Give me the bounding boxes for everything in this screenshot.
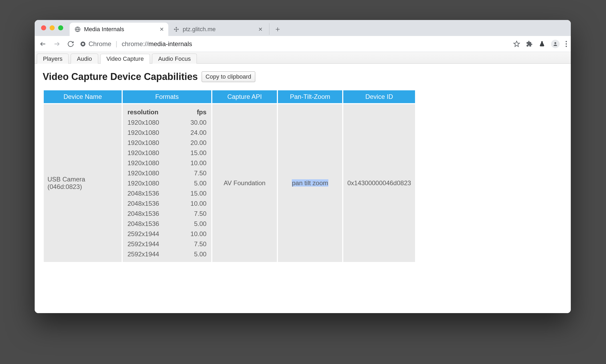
content-tab-audio[interactable]: Audio xyxy=(71,54,98,64)
fmt-fps: 15.00 xyxy=(179,148,208,158)
traffic-lights xyxy=(41,25,63,30)
fmt-resolution: 2048x1536 xyxy=(126,219,179,229)
tab-title: Media Internals xyxy=(84,26,156,33)
fmt-fps: 15.00 xyxy=(179,188,208,199)
window-minimize-button[interactable] xyxy=(50,25,55,30)
new-tab-button[interactable]: ＋ xyxy=(269,23,281,35)
fmt-fps: 24.00 xyxy=(179,128,208,138)
tab-title: ptz.glitch.me xyxy=(183,26,255,33)
move-icon xyxy=(173,26,180,33)
fmt-resolution: 1920x1080 xyxy=(126,148,179,158)
toolbar: Chrome | chrome://media-internals xyxy=(35,36,571,52)
chrome-icon xyxy=(80,41,86,47)
extensions-icon[interactable] xyxy=(526,41,533,47)
fmt-resolution: 1920x1080 xyxy=(126,168,179,178)
tab-close-icon[interactable]: ✕ xyxy=(258,26,263,33)
fmt-resolution: 1920x1080 xyxy=(126,118,179,128)
url-path: media-internals xyxy=(148,40,192,47)
address-bar[interactable]: Chrome | chrome://media-internals xyxy=(80,40,508,48)
fmt-header-resolution: resolution xyxy=(126,107,179,118)
origin-chip: Chrome xyxy=(80,40,111,48)
browser-tab-ptz[interactable]: ptz.glitch.me ✕ xyxy=(168,23,267,36)
cell-ptz: pan tilt zoom xyxy=(278,104,342,262)
profile-avatar[interactable] xyxy=(551,40,560,48)
svg-point-6 xyxy=(566,46,567,47)
content-tab-audio-focus[interactable]: Audio Focus xyxy=(152,54,197,64)
fmt-resolution: 2048x1536 xyxy=(126,199,179,209)
fmt-fps: 10.00 xyxy=(179,229,208,239)
toolbar-right xyxy=(513,40,567,48)
content-tab-bar: Players Audio Video Capture Audio Focus xyxy=(35,52,571,64)
fmt-fps: 7.50 xyxy=(179,239,208,249)
star-icon[interactable] xyxy=(513,41,520,47)
content-tab-video-capture[interactable]: Video Capture xyxy=(100,54,150,64)
col-ptz[interactable]: Pan-Tilt-Zoom xyxy=(278,90,342,103)
page-body: Video Capture Device Capabilities Copy t… xyxy=(35,64,571,270)
fmt-resolution: 1920x1080 xyxy=(126,178,179,188)
page-title: Video Capture Device Capabilities xyxy=(43,71,198,82)
ptz-highlight: pan tilt zoom xyxy=(292,179,328,187)
back-button[interactable] xyxy=(38,39,47,48)
fmt-resolution: 2592x1944 xyxy=(126,229,179,239)
fmt-fps: 5.00 xyxy=(179,249,208,259)
fmt-resolution: 1920x1080 xyxy=(126,128,179,138)
col-device-id[interactable]: Device ID xyxy=(343,90,415,103)
svg-point-4 xyxy=(566,41,567,42)
browser-window: Media Internals ✕ ptz.glitch.me ✕ ＋ xyxy=(35,20,571,313)
fmt-resolution: 2592x1944 xyxy=(126,239,179,249)
browser-tab-strip: Media Internals ✕ ptz.glitch.me ✕ ＋ xyxy=(70,20,281,36)
cell-device-name: USB Camera (046d:0823) xyxy=(44,104,122,262)
fmt-fps: 30.00 xyxy=(179,118,208,128)
svg-point-2 xyxy=(82,43,84,45)
cell-device-id: 0x14300000046d0823 xyxy=(343,104,415,262)
col-formats[interactable]: Formats xyxy=(123,90,211,103)
table-row: USB Camera (046d:0823)resolutionfps1920x… xyxy=(44,104,415,262)
copy-to-clipboard-button[interactable]: Copy to clipboard xyxy=(202,71,255,82)
labs-icon[interactable] xyxy=(539,41,545,47)
col-capture-api[interactable]: Capture API xyxy=(212,90,277,103)
fmt-resolution: 2048x1536 xyxy=(126,209,179,219)
window-zoom-button[interactable] xyxy=(58,25,63,30)
fmt-resolution: 1920x1080 xyxy=(126,138,179,148)
window-close-button[interactable] xyxy=(41,25,46,30)
cell-capture-api: AV Foundation xyxy=(212,104,277,262)
fmt-header-fps: fps xyxy=(179,107,208,118)
url-scheme: chrome:// xyxy=(122,40,148,47)
fmt-fps: 5.00 xyxy=(179,219,208,229)
fmt-resolution: 2592x1944 xyxy=(126,249,179,259)
col-device-name[interactable]: Device Name xyxy=(44,90,122,103)
page-content: Players Audio Video Capture Audio Focus … xyxy=(35,52,571,313)
browser-tab-media-internals[interactable]: Media Internals ✕ xyxy=(70,23,168,36)
cell-formats: resolutionfps1920x108030.001920x108024.0… xyxy=(123,104,211,262)
globe-icon xyxy=(74,26,81,33)
separator: | xyxy=(115,40,117,48)
menu-icon[interactable] xyxy=(565,41,567,47)
fmt-fps: 10.00 xyxy=(179,158,208,168)
fmt-fps: 10.00 xyxy=(179,199,208,209)
capabilities-table: Device Name Formats Capture API Pan-Tilt… xyxy=(43,89,416,263)
content-tab-players[interactable]: Players xyxy=(37,54,69,64)
svg-point-5 xyxy=(566,43,567,45)
fmt-fps: 7.50 xyxy=(179,209,208,219)
page-title-row: Video Capture Device Capabilities Copy t… xyxy=(43,71,563,82)
tab-close-icon[interactable]: ✕ xyxy=(160,26,164,33)
titlebar: Media Internals ✕ ptz.glitch.me ✕ ＋ xyxy=(35,20,571,36)
fmt-fps: 5.00 xyxy=(179,178,208,188)
forward-button[interactable] xyxy=(52,39,61,48)
fmt-fps: 7.50 xyxy=(179,168,208,178)
fmt-resolution: 2048x1536 xyxy=(126,188,179,199)
fmt-resolution: 1920x1080 xyxy=(126,158,179,168)
fmt-fps: 20.00 xyxy=(179,138,208,148)
reload-button[interactable] xyxy=(66,39,75,48)
origin-chip-label: Chrome xyxy=(89,40,111,48)
svg-point-3 xyxy=(555,42,556,44)
